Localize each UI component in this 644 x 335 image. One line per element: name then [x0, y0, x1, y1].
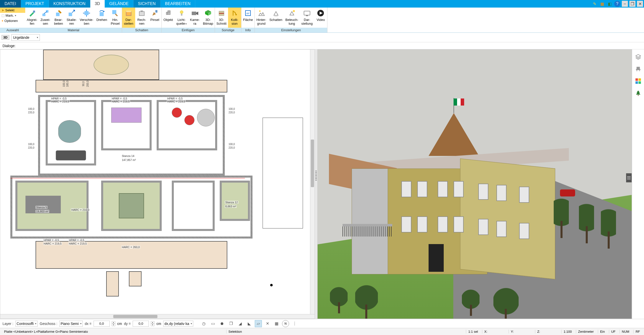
view-mode-badge: 3D	[2, 35, 9, 40]
zuweisen-button[interactable]: Zuwei-sen	[39, 8, 52, 28]
tree-icon[interactable]	[634, 89, 642, 97]
layers-icon[interactable]	[634, 53, 642, 61]
snap-endpoint-icon[interactable]: ◢	[237, 320, 244, 327]
menu-bearbeiten[interactable]: BEARBEITEN	[160, 0, 195, 8]
status-z: Z:	[535, 330, 542, 333]
svg-text:m²: m²	[246, 12, 249, 15]
rechnen-button[interactable]: Rech-nen	[135, 8, 148, 28]
schatten-button[interactable]: Schatten	[268, 8, 284, 28]
video-button[interactable]: Video	[314, 8, 327, 28]
beleuchtung-button[interactable]: Beleuch-tung	[284, 8, 300, 28]
menu-projekt[interactable]: PROJEKT	[21, 0, 49, 8]
abgreifen-button[interactable]: Abgrei-fen	[25, 8, 39, 28]
hin-pinsel-button[interactable]: Hin.Pinsel	[109, 8, 122, 28]
lichtquelle-icon	[177, 9, 186, 18]
color-grid-icon[interactable]	[634, 77, 642, 85]
svg-rect-28	[635, 81, 638, 84]
menu-3d[interactable]: 3D	[90, 0, 105, 8]
status-unit: Zentimeter	[576, 330, 596, 333]
snap-plane-icon[interactable]: ▱	[255, 320, 262, 327]
pinsel-button[interactable]: Pinsel	[148, 8, 161, 28]
dx-spinner[interactable]: ▴▾	[112, 321, 115, 326]
horizontal-scrollbar[interactable]	[0, 314, 315, 319]
darstellung-icon	[302, 9, 312, 18]
mark-button[interactable]: ⬚ Mark. ▾	[0, 13, 25, 18]
abgreifen-label-2: fen	[30, 22, 34, 26]
restore-button[interactable]: ❐	[629, 1, 635, 7]
svg-rect-24	[306, 15, 308, 16]
chair-icon[interactable]	[634, 65, 642, 73]
bearbeiten-button[interactable]: Bear-beiten	[52, 8, 65, 28]
darstellung-label-2: stellung	[301, 22, 313, 26]
room14-label: Stanza 14	[121, 154, 135, 157]
status-uf: UF	[609, 330, 618, 333]
history-icon[interactable]: ◷	[200, 320, 207, 327]
svg-rect-0	[33, 11, 35, 13]
dx-unit: cm	[117, 322, 122, 326]
optionen-button[interactable]: + Optionen	[0, 18, 25, 23]
harc-label-8: HARC = 260,0	[121, 246, 140, 249]
skalieren-button[interactable]: Skalie-ren	[65, 8, 78, 28]
panel-toggle-handle[interactable]	[626, 173, 632, 182]
3d-schnitt-button[interactable]: 3D-Schnitt	[215, 8, 228, 28]
dx-input[interactable]	[94, 321, 110, 327]
kamera-button[interactable]: Kame-ra	[188, 8, 201, 28]
svg-point-17	[235, 14, 237, 15]
camera-small-icon[interactable]: ▭	[209, 320, 216, 327]
video-icon	[316, 9, 325, 18]
ribbon-panel-auswahl: ➤ Selekt ⬚ Mark. ▾ + Optionen Auswahl	[0, 8, 25, 32]
snap-midpoint-icon[interactable]: ◣	[246, 320, 253, 327]
abgreifen-label-1: Abgrei-	[27, 18, 37, 22]
drehen-button[interactable]: Drehen	[95, 8, 109, 28]
kamera-label-2: ra	[193, 22, 197, 26]
group-label-einfügen: Einfügen	[162, 28, 215, 32]
verschieben-button[interactable]: Verschie-ben	[78, 8, 95, 28]
3d-bitmap-button[interactable]: 3D-Bitmap	[201, 8, 214, 28]
menu-gelaende[interactable]: GELÄNDE	[105, 0, 133, 8]
vertical-scrollbar[interactable]	[310, 50, 315, 314]
grid-icon[interactable]: ▦	[273, 320, 280, 327]
layer-select[interactable]: Controsoffi▾	[15, 321, 38, 327]
dy-input[interactable]	[133, 321, 149, 327]
menu-sichten[interactable]: SICHTEN	[133, 0, 160, 8]
objekt-button[interactable]: Objekt	[162, 8, 175, 28]
viewport-2d[interactable]: Stanza 14 147,857 m² Stanza 5 19,803 m² …	[0, 49, 315, 319]
menu-konstruktion[interactable]: KONSTRUKTION	[49, 0, 90, 8]
tool-icon-box[interactable]: ▦	[599, 1, 605, 7]
dim-label: 220,0	[28, 146, 34, 149]
stack-icon[interactable]: ❐	[228, 320, 235, 327]
skalieren-label-2: ren	[69, 22, 74, 26]
hin-pinsel-icon	[111, 9, 120, 18]
terrain-select[interactable]: Urgelände ▾	[11, 34, 40, 41]
geschoss-select[interactable]: Piano Semi▾	[59, 321, 83, 327]
harc-label-6: HARC = 219,5	[167, 100, 186, 103]
coord-mode-select[interactable]: dx,dy (relativ ka▾	[163, 321, 193, 327]
darstellung-button[interactable]: Dar-stellung	[300, 8, 314, 28]
darstellen-button[interactable]: Dar-stellen	[122, 8, 135, 28]
help-icon[interactable]: ?	[614, 1, 620, 7]
harc-label-5: HPAR = -0,5	[167, 97, 183, 100]
coord-mode-value: dx,dy (relativ ka	[164, 322, 189, 326]
snap-intersect-icon[interactable]: ✕	[264, 320, 271, 327]
menu-datei[interactable]: DATEI	[0, 0, 21, 8]
kollision-button[interactable]: Kolli-sion	[228, 8, 241, 28]
dim-label: 100,0	[229, 143, 235, 146]
viewport-3d[interactable]	[317, 49, 632, 319]
more-icon[interactable]: ⋮	[291, 320, 298, 327]
tool-icon-wand[interactable]: ✎	[592, 1, 598, 7]
ribbon-group-einstellungen: Hinter-grundSchattenBeleuch-tungDar-stel…	[255, 8, 327, 32]
close-button[interactable]: ✕	[637, 1, 643, 7]
dim-label: 100,0	[229, 108, 235, 110]
dim-label: 100,0	[63, 81, 65, 87]
hintergrund-button[interactable]: Hinter-grund	[255, 8, 268, 28]
selekt-button[interactable]: ➤ Selekt	[0, 8, 25, 13]
harc-label-2: HARC = 219,5	[51, 100, 70, 103]
north-icon[interactable]: N	[282, 320, 289, 327]
flaeche-button[interactable]: m²Fläche	[241, 8, 255, 28]
lichtquelle-button[interactable]: Licht-quelle▾	[175, 8, 188, 28]
record-icon[interactable]: ⏺	[218, 320, 226, 327]
pane-splitter[interactable]	[315, 49, 317, 319]
minimize-button[interactable]: –	[622, 1, 628, 7]
tool-icon-chart[interactable]: ◧	[607, 1, 613, 7]
dy-spinner[interactable]: ▴▾	[151, 321, 154, 326]
